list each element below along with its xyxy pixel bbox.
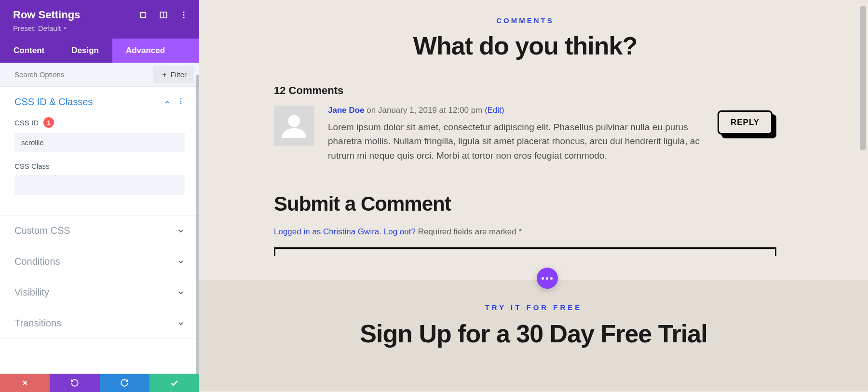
settings-sidebar: Row Settings Preset: Default bbox=[0, 0, 199, 392]
comment-meta: Jane Doe on January 1, 2019 at 12:00 pm … bbox=[328, 106, 704, 115]
avatar bbox=[274, 106, 314, 146]
svg-point-10 bbox=[180, 103, 182, 104]
submit-heading: Submit a Comment bbox=[274, 192, 776, 216]
preset-dropdown[interactable]: Preset: Default bbox=[13, 24, 68, 32]
tab-advanced[interactable]: Advanced bbox=[112, 39, 199, 63]
logout-link[interactable]: Log out? bbox=[384, 227, 416, 236]
css-id-badge: 1 bbox=[43, 117, 54, 128]
expand-icon[interactable] bbox=[139, 11, 148, 19]
chevron-down-icon bbox=[177, 289, 185, 297]
svg-rect-0 bbox=[141, 13, 146, 18]
chevron-down-icon bbox=[177, 258, 185, 266]
css-class-input[interactable] bbox=[14, 175, 185, 195]
undo-button[interactable] bbox=[50, 374, 99, 392]
svg-point-13 bbox=[288, 115, 300, 127]
columns-icon[interactable] bbox=[159, 11, 168, 19]
comments-heading: What do you think? bbox=[274, 31, 776, 60]
svg-point-4 bbox=[183, 14, 185, 16]
more-vertical-icon[interactable] bbox=[179, 11, 188, 19]
trial-section: TRY IT FOR FREE Sign Up for a 30 Day Fre… bbox=[199, 280, 868, 391]
chevron-up-icon bbox=[163, 98, 171, 106]
comments-count: 12 Comments bbox=[274, 84, 776, 97]
svg-point-8 bbox=[180, 98, 182, 100]
chevron-down-icon bbox=[177, 227, 185, 235]
section-css-id-classes: CSS ID & Classes CSS ID 1 CSS Cl bbox=[0, 87, 199, 216]
svg-point-3 bbox=[183, 12, 185, 13]
css-class-label: CSS Class bbox=[14, 162, 50, 170]
comment-item: Jane Doe on January 1, 2019 at 12:00 pm … bbox=[274, 106, 776, 162]
section-conditions: Conditions bbox=[0, 246, 199, 277]
filter-button[interactable]: Filter bbox=[153, 66, 194, 83]
trial-heading: Sign Up for a 30 Day Free Trial bbox=[199, 319, 868, 348]
section-header-css-id-classes[interactable]: CSS ID & Classes bbox=[0, 87, 199, 117]
preview-pane: COMMENTS What do you think? 12 Comments … bbox=[199, 0, 868, 392]
comment-text: Lorem ipsum dolor sit amet, consectetur … bbox=[328, 120, 704, 162]
comment-edit-link[interactable]: (Edit) bbox=[485, 106, 504, 115]
section-visibility: Visibility bbox=[0, 277, 199, 308]
chevron-down-icon bbox=[177, 320, 185, 327]
svg-point-9 bbox=[180, 100, 182, 102]
comment-textarea[interactable] bbox=[274, 247, 776, 249]
preview-scrollbar[interactable] bbox=[860, 6, 866, 150]
logged-in-link[interactable]: Logged in as Christina Gwira bbox=[274, 227, 379, 236]
css-id-label: CSS ID bbox=[14, 119, 39, 127]
cancel-button[interactable] bbox=[0, 374, 50, 392]
submit-meta: Logged in as Christina Gwira. Log out? R… bbox=[274, 227, 776, 237]
css-id-input[interactable] bbox=[14, 133, 185, 152]
sidebar-footer bbox=[0, 374, 199, 392]
section-more-icon[interactable] bbox=[177, 97, 185, 107]
sidebar-body: CSS ID & Classes CSS ID 1 CSS Cl bbox=[0, 87, 199, 374]
tab-design[interactable]: Design bbox=[58, 39, 112, 63]
section-transitions: Transitions bbox=[0, 308, 199, 339]
search-input[interactable] bbox=[0, 64, 153, 85]
save-button[interactable] bbox=[149, 374, 199, 392]
sidebar-title: Row Settings bbox=[13, 9, 80, 21]
sidebar-header: Row Settings Preset: Default bbox=[0, 0, 199, 39]
tab-content[interactable]: Content bbox=[0, 39, 58, 63]
redo-button[interactable] bbox=[100, 374, 149, 392]
search-bar: Filter bbox=[0, 63, 199, 87]
section-custom-css: Custom CSS bbox=[0, 216, 199, 246]
module-settings-fab[interactable] bbox=[537, 268, 558, 289]
sidebar-tabs: Content Design Advanced bbox=[0, 39, 199, 63]
svg-point-5 bbox=[183, 17, 185, 18]
reply-button[interactable]: REPLY bbox=[718, 110, 773, 135]
trial-eyebrow: TRY IT FOR FREE bbox=[199, 303, 868, 311]
comment-author[interactable]: Jane Doe bbox=[328, 106, 365, 115]
comments-eyebrow: COMMENTS bbox=[274, 16, 776, 25]
